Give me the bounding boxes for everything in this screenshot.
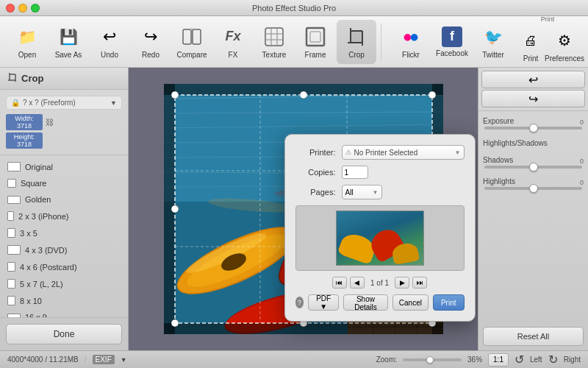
crop-preset-16x9[interactable]: 16 x 9 bbox=[0, 309, 128, 317]
frame-icon bbox=[304, 25, 327, 49]
shadows-track[interactable] bbox=[484, 166, 582, 169]
exposure-thumb[interactable] bbox=[529, 124, 538, 132]
canvas-area[interactable]: Printer: ⚠ No Printer Selected ▼ Copies:… bbox=[129, 68, 478, 350]
pdf-label: PDF ▼ bbox=[315, 294, 332, 311]
tool-facebook[interactable]: f Facebook bbox=[432, 20, 472, 64]
undo-right-button[interactable]: ↩ bbox=[481, 71, 585, 88]
square-icon bbox=[7, 179, 16, 188]
printer-select[interactable]: ⚠ No Printer Selected ▼ bbox=[342, 145, 465, 160]
original-icon bbox=[7, 162, 21, 171]
toolbar: 📁 Open 💾 Save As ↩ Undo ↪ Redo Compare F… bbox=[0, 16, 588, 68]
zoom-1-1-label: 1:1 bbox=[493, 355, 503, 364]
crop-preset-3x5[interactable]: 3 x 5 bbox=[0, 224, 128, 241]
print-icon: 🖨 bbox=[519, 29, 542, 52]
printer-row: Printer: ⚠ No Printer Selected ▼ bbox=[295, 145, 465, 160]
tool-redo-label: Redo bbox=[142, 51, 159, 59]
original-label: Original bbox=[25, 163, 53, 171]
golden-label: Golden bbox=[25, 195, 51, 204]
svg-rect-8 bbox=[306, 28, 324, 46]
nav-last-button[interactable]: ⏭ bbox=[412, 277, 427, 289]
tool-facebook-label: Facebook bbox=[436, 49, 468, 57]
panel-title: Crop bbox=[21, 73, 43, 84]
tool-preferences[interactable]: ⚙ Preferences bbox=[548, 24, 581, 68]
crop-preset-golden[interactable]: Golden bbox=[0, 191, 128, 208]
shadows-value: 0 bbox=[580, 158, 584, 165]
tool-open[interactable]: 📁 Open bbox=[7, 20, 47, 64]
preset-label: ? x ? (Freeform) bbox=[23, 99, 76, 107]
print-button[interactable]: Print bbox=[433, 294, 465, 311]
width-label: Width: 3718 bbox=[6, 114, 43, 130]
tool-fx[interactable]: Fx FX bbox=[213, 20, 253, 64]
close-button[interactable] bbox=[6, 4, 15, 13]
facebook-icon: f bbox=[442, 26, 462, 47]
twitter-icon: 🐦 bbox=[481, 25, 505, 49]
rotate-left-icon[interactable]: ↺ bbox=[514, 353, 524, 367]
rotate-right-icon[interactable]: ↻ bbox=[548, 353, 558, 367]
crop-preset-iphone[interactable]: 2 x 3 (iPhone) bbox=[0, 208, 128, 224]
tool-flickr[interactable]: ●● Flickr bbox=[391, 20, 431, 64]
svg-rect-0 bbox=[183, 29, 191, 44]
highlights-slider-row: Highlights 0 bbox=[483, 177, 584, 190]
main-area: Crop 🔒 ? x ? (Freeform) ▼ Width: 3718 ⛓ … bbox=[0, 68, 588, 350]
reset-all-button[interactable]: Reset All bbox=[483, 327, 584, 346]
copies-input[interactable] bbox=[342, 166, 368, 179]
tool-compare-label: Compare bbox=[176, 51, 207, 59]
pages-select-arrow: ▼ bbox=[373, 189, 379, 196]
nav-prev-button[interactable]: ◀ bbox=[350, 277, 365, 289]
maximize-button[interactable] bbox=[31, 4, 40, 13]
minimize-button[interactable] bbox=[18, 4, 27, 13]
crop-preset-dvd[interactable]: 4 x 3 (DVD) bbox=[0, 241, 128, 258]
exposure-value: 0 bbox=[580, 118, 584, 126]
nav-first-button[interactable]: ⏮ bbox=[332, 277, 347, 289]
tool-flickr-label: Flickr bbox=[402, 51, 420, 59]
tool-twitter[interactable]: 🐦 Twitter bbox=[473, 20, 513, 64]
zoom-slider[interactable] bbox=[403, 358, 462, 361]
status-sep-1: / bbox=[85, 355, 87, 364]
tool-compare[interactable]: Compare bbox=[172, 20, 212, 64]
crop-preset-square[interactable]: Square bbox=[0, 175, 128, 191]
crop-preset-postcard[interactable]: 4 x 6 (Postcard) bbox=[0, 258, 128, 275]
tool-save-as[interactable]: 💾 Save As bbox=[49, 20, 88, 64]
crop-preset-8x10[interactable]: 8 x 10 bbox=[0, 292, 128, 309]
redo-icon: ↪ bbox=[139, 25, 162, 49]
show-details-button[interactable]: Show Details bbox=[343, 294, 388, 311]
nav-next-button[interactable]: ▶ bbox=[395, 277, 409, 289]
tool-undo[interactable]: ↩ Undo bbox=[90, 20, 129, 64]
shadows-label: Shadows bbox=[483, 156, 513, 164]
tool-frame[interactable]: Frame bbox=[295, 20, 335, 64]
tool-print[interactable]: 🖨 Print bbox=[514, 24, 547, 68]
dim-lock-icon: ⛓ bbox=[46, 118, 54, 127]
crop-preset-bar[interactable]: 🔒 ? x ? (Freeform) ▼ bbox=[6, 96, 122, 110]
redo-right-button[interactable]: ↪ bbox=[481, 90, 585, 107]
dvd-label: 4 x 3 (DVD) bbox=[25, 246, 67, 255]
exif-arrow[interactable]: ▼ bbox=[121, 356, 127, 364]
exif-badge[interactable]: EXIF bbox=[93, 355, 115, 364]
iphone-label: 2 x 3 (iPhone) bbox=[18, 212, 68, 221]
done-button[interactable]: Done bbox=[6, 324, 122, 344]
tool-crop[interactable]: Crop bbox=[337, 20, 376, 64]
iphone-icon bbox=[7, 211, 14, 221]
help-button[interactable]: ? bbox=[295, 297, 304, 308]
pages-select[interactable]: All ▼ bbox=[342, 185, 382, 199]
exposure-track[interactable] bbox=[484, 127, 582, 130]
preview-image bbox=[336, 210, 424, 266]
preset-arrow: ▼ bbox=[110, 99, 117, 107]
highlights-track[interactable] bbox=[484, 187, 582, 190]
tool-redo[interactable]: ↪ Redo bbox=[131, 20, 171, 64]
crop-preset-original[interactable]: Original bbox=[0, 158, 128, 175]
tool-texture[interactable]: Texture bbox=[254, 20, 294, 64]
zoom-thumb[interactable] bbox=[426, 356, 434, 364]
shadows-thumb[interactable] bbox=[529, 163, 538, 171]
square-label: Square bbox=[21, 179, 46, 188]
copies-row: Copies: bbox=[295, 166, 465, 179]
pdf-button[interactable]: PDF ▼ bbox=[308, 294, 339, 311]
3x5-icon bbox=[7, 228, 15, 238]
printer-warning-icon: ⚠ bbox=[345, 149, 351, 156]
crop-preset-l2l[interactable]: 5 x 7 (L, 2L) bbox=[0, 275, 128, 292]
cancel-button[interactable]: Cancel bbox=[392, 294, 429, 311]
zoom-1-1-button[interactable]: 1:1 bbox=[488, 353, 509, 367]
pages-row: Pages: All ▼ bbox=[295, 185, 465, 199]
crop-dimensions: Width: 3718 ⛓ Height: 3718 bbox=[6, 114, 122, 149]
tool-preferences-label: Preferences bbox=[545, 54, 584, 63]
highlights-thumb[interactable] bbox=[529, 184, 538, 193]
